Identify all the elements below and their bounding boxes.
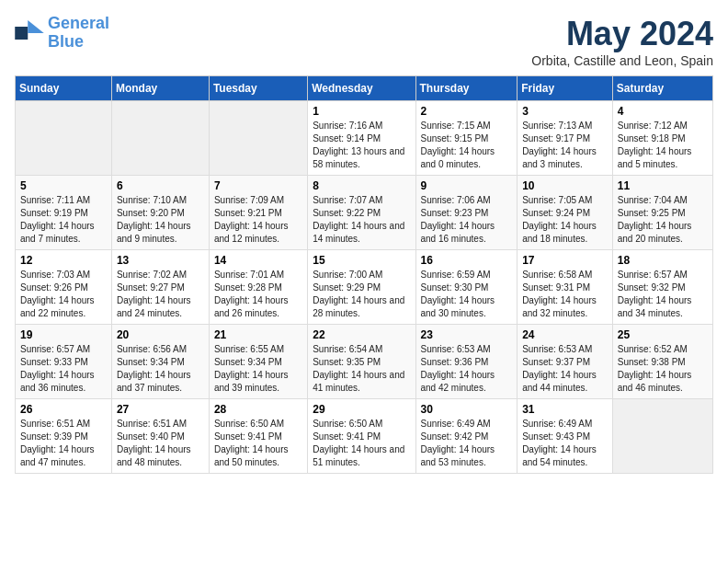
calendar-cell: 22 Sunrise: 6:54 AMSunset: 9:35 PMDaylig…: [308, 325, 415, 399]
cell-content: Sunrise: 6:51 AMSunset: 9:39 PMDaylight:…: [20, 418, 107, 469]
cell-content: Sunrise: 6:51 AMSunset: 9:40 PMDaylight:…: [117, 418, 204, 469]
cell-content: Sunrise: 6:50 AMSunset: 9:41 PMDaylight:…: [214, 418, 302, 469]
cell-content: Sunrise: 6:49 AMSunset: 9:42 PMDaylight:…: [421, 418, 513, 469]
calendar-week-2: 5 Sunrise: 7:11 AMSunset: 9:19 PMDayligh…: [16, 176, 713, 250]
col-header-sunday: Sunday: [16, 76, 112, 101]
col-header-wednesday: Wednesday: [308, 76, 415, 101]
calendar-week-3: 12 Sunrise: 7:03 AMSunset: 9:26 PMDaylig…: [16, 250, 713, 325]
calendar-cell: 29 Sunrise: 6:50 AMSunset: 9:41 PMDaylig…: [308, 399, 415, 474]
title-block: May 2024 Orbita, Castille and Leon, Spai…: [531, 15, 713, 68]
cell-content: Sunrise: 7:11 AMSunset: 9:19 PMDaylight:…: [20, 194, 107, 246]
calendar-header-row: SundayMondayTuesdayWednesdayThursdayFrid…: [16, 76, 713, 101]
calendar-body: 1 Sunrise: 7:16 AMSunset: 9:14 PMDayligh…: [16, 101, 713, 474]
calendar-cell: 15 Sunrise: 7:00 AMSunset: 9:29 PMDaylig…: [308, 250, 415, 325]
day-number: 15: [313, 254, 410, 267]
subtitle: Orbita, Castille and Leon, Spain: [531, 53, 713, 68]
logo-icon: [15, 20, 44, 46]
calendar-cell: 14 Sunrise: 7:01 AMSunset: 9:28 PMDaylig…: [209, 250, 307, 325]
cell-content: Sunrise: 7:15 AMSunset: 9:15 PMDaylight:…: [421, 120, 513, 171]
svg-rect-0: [15, 27, 28, 40]
day-number: 8: [313, 179, 410, 192]
cell-content: Sunrise: 6:49 AMSunset: 9:43 PMDaylight:…: [522, 418, 608, 469]
day-number: 23: [421, 328, 513, 341]
day-number: 20: [117, 328, 204, 341]
day-number: 6: [117, 179, 204, 192]
page-header: General Blue May 2024 Orbita, Castille a…: [15, 15, 713, 68]
day-number: 11: [618, 179, 708, 192]
cell-content: Sunrise: 6:57 AMSunset: 9:32 PMDaylight:…: [618, 269, 708, 320]
day-number: 29: [313, 403, 410, 416]
cell-content: Sunrise: 7:13 AMSunset: 9:17 PMDaylight:…: [522, 120, 608, 171]
calendar-cell: 1 Sunrise: 7:16 AMSunset: 9:14 PMDayligh…: [308, 101, 415, 176]
col-header-thursday: Thursday: [415, 76, 518, 101]
day-number: 26: [20, 403, 107, 416]
calendar-cell: 8 Sunrise: 7:07 AMSunset: 9:22 PMDayligh…: [308, 176, 415, 250]
cell-content: Sunrise: 6:53 AMSunset: 9:36 PMDaylight:…: [421, 343, 513, 395]
day-number: 19: [20, 328, 107, 341]
day-number: 31: [522, 403, 608, 416]
day-number: 4: [618, 105, 708, 118]
cell-content: Sunrise: 7:00 AMSunset: 9:29 PMDaylight:…: [313, 269, 410, 320]
calendar-cell: 12 Sunrise: 7:03 AMSunset: 9:26 PMDaylig…: [16, 250, 112, 325]
day-number: 21: [214, 328, 302, 341]
calendar-cell: 5 Sunrise: 7:11 AMSunset: 9:19 PMDayligh…: [16, 176, 112, 250]
cell-content: Sunrise: 6:52 AMSunset: 9:38 PMDaylight:…: [618, 343, 708, 395]
day-number: 18: [618, 254, 708, 267]
day-number: 7: [214, 179, 302, 192]
day-number: 12: [20, 254, 107, 267]
calendar-week-4: 19 Sunrise: 6:57 AMSunset: 9:33 PMDaylig…: [16, 325, 713, 399]
calendar-cell: [209, 101, 307, 176]
cell-content: Sunrise: 7:02 AMSunset: 9:27 PMDaylight:…: [117, 269, 204, 320]
cell-content: Sunrise: 7:16 AMSunset: 9:14 PMDaylight:…: [313, 120, 410, 171]
day-number: 25: [618, 328, 708, 341]
cell-content: Sunrise: 7:05 AMSunset: 9:24 PMDaylight:…: [522, 194, 608, 246]
calendar-week-1: 1 Sunrise: 7:16 AMSunset: 9:14 PMDayligh…: [16, 101, 713, 176]
calendar-cell: 18 Sunrise: 6:57 AMSunset: 9:32 PMDaylig…: [612, 250, 712, 325]
cell-content: Sunrise: 6:54 AMSunset: 9:35 PMDaylight:…: [313, 343, 410, 395]
cell-content: Sunrise: 6:57 AMSunset: 9:33 PMDaylight:…: [20, 343, 107, 395]
day-number: 28: [214, 403, 302, 416]
logo-text: General Blue: [48, 15, 109, 52]
calendar-cell: 3 Sunrise: 7:13 AMSunset: 9:17 PMDayligh…: [518, 101, 613, 176]
day-number: 24: [522, 328, 608, 341]
calendar-cell: 24 Sunrise: 6:53 AMSunset: 9:37 PMDaylig…: [518, 325, 613, 399]
calendar-cell: 27 Sunrise: 6:51 AMSunset: 9:40 PMDaylig…: [111, 399, 209, 474]
calendar-cell: 4 Sunrise: 7:12 AMSunset: 9:18 PMDayligh…: [612, 101, 712, 176]
day-number: 3: [522, 105, 608, 118]
cell-content: Sunrise: 7:07 AMSunset: 9:22 PMDaylight:…: [313, 194, 410, 246]
calendar-cell: [111, 101, 209, 176]
day-number: 13: [117, 254, 204, 267]
day-number: 5: [20, 179, 107, 192]
calendar-cell: 23 Sunrise: 6:53 AMSunset: 9:36 PMDaylig…: [415, 325, 518, 399]
calendar-cell: 2 Sunrise: 7:15 AMSunset: 9:15 PMDayligh…: [415, 101, 518, 176]
calendar-cell: 30 Sunrise: 6:49 AMSunset: 9:42 PMDaylig…: [415, 399, 518, 474]
calendar-cell: 17 Sunrise: 6:58 AMSunset: 9:31 PMDaylig…: [518, 250, 613, 325]
calendar-cell: 13 Sunrise: 7:02 AMSunset: 9:27 PMDaylig…: [111, 250, 209, 325]
day-number: 22: [313, 328, 410, 341]
day-number: 10: [522, 179, 608, 192]
cell-content: Sunrise: 6:56 AMSunset: 9:34 PMDaylight:…: [117, 343, 204, 395]
cell-content: Sunrise: 6:53 AMSunset: 9:37 PMDaylight:…: [522, 343, 608, 395]
calendar-cell: [16, 101, 112, 176]
day-number: 2: [421, 105, 513, 118]
cell-content: Sunrise: 7:04 AMSunset: 9:25 PMDaylight:…: [618, 194, 708, 246]
cell-content: Sunrise: 6:59 AMSunset: 9:30 PMDaylight:…: [421, 269, 513, 320]
col-header-monday: Monday: [111, 76, 209, 101]
calendar-table: SundayMondayTuesdayWednesdayThursdayFrid…: [15, 75, 713, 474]
calendar-cell: 25 Sunrise: 6:52 AMSunset: 9:38 PMDaylig…: [612, 325, 712, 399]
main-title: May 2024: [531, 15, 713, 53]
cell-content: Sunrise: 7:09 AMSunset: 9:21 PMDaylight:…: [214, 194, 302, 246]
cell-content: Sunrise: 7:03 AMSunset: 9:26 PMDaylight:…: [20, 269, 107, 320]
day-number: 14: [214, 254, 302, 267]
cell-content: Sunrise: 6:50 AMSunset: 9:41 PMDaylight:…: [313, 418, 410, 469]
calendar-cell: 31 Sunrise: 6:49 AMSunset: 9:43 PMDaylig…: [518, 399, 613, 474]
svg-marker-1: [28, 20, 44, 33]
calendar-cell: 9 Sunrise: 7:06 AMSunset: 9:23 PMDayligh…: [415, 176, 518, 250]
cell-content: Sunrise: 7:12 AMSunset: 9:18 PMDaylight:…: [618, 120, 708, 171]
day-number: 9: [421, 179, 513, 192]
day-number: 17: [522, 254, 608, 267]
day-number: 30: [421, 403, 513, 416]
calendar-cell: 10 Sunrise: 7:05 AMSunset: 9:24 PMDaylig…: [518, 176, 613, 250]
col-header-saturday: Saturday: [612, 76, 712, 101]
calendar-cell: 20 Sunrise: 6:56 AMSunset: 9:34 PMDaylig…: [111, 325, 209, 399]
